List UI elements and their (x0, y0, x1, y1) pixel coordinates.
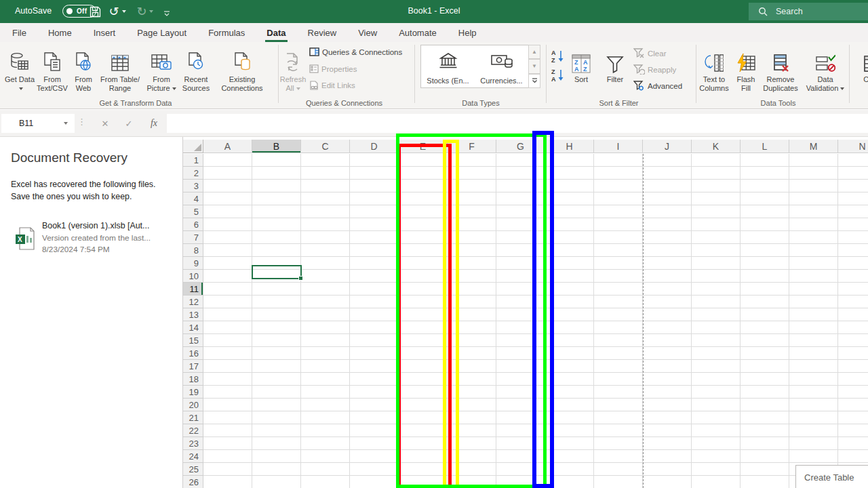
column-header-A[interactable]: A (203, 140, 252, 152)
excel-file-icon: X (7, 217, 42, 260)
flash-fill-button[interactable]: Flash Fill (732, 45, 760, 98)
row-header-23[interactable]: 23 (183, 437, 203, 450)
gallery-more-button[interactable] (528, 74, 540, 88)
cancel-button[interactable]: ✕ (95, 114, 115, 133)
column-header-J[interactable]: J (643, 140, 692, 152)
row-header-1[interactable]: 1 (183, 154, 203, 167)
column-header-C[interactable]: C (301, 140, 350, 152)
row-header-3[interactable]: 3 (183, 180, 203, 192)
name-box-dropdown-icon[interactable] (64, 122, 68, 125)
formula-input[interactable] (167, 114, 868, 133)
name-box[interactable]: B11 (1, 114, 75, 133)
undo-button[interactable]: ↺ (106, 3, 122, 20)
row-header-10[interactable]: 10 (183, 270, 203, 283)
advanced-filter-icon (633, 81, 645, 91)
data-validation-button[interactable]: Data Validation (802, 45, 849, 98)
column-header-N[interactable]: N (838, 140, 868, 152)
row-header-22[interactable]: 22 (183, 424, 203, 437)
recent-sources-button[interactable]: Recent Sources (180, 45, 212, 98)
row-header-20[interactable]: 20 (183, 399, 203, 411)
recovered-file-item[interactable]: X Book1 (version 1).xlsb [Aut... Version… (7, 217, 176, 260)
edit-links-button[interactable]: Edit Links (309, 81, 355, 90)
row-header-6[interactable]: 6 (183, 218, 203, 231)
from-picture-button[interactable]: From Picture (142, 45, 180, 98)
row-header-25[interactable]: 25 (183, 463, 203, 476)
row-header-19[interactable]: 19 (183, 386, 203, 399)
tab-view[interactable]: View (355, 23, 380, 42)
row-header-14[interactable]: 14 (183, 321, 203, 334)
row-header-11[interactable]: 11 (183, 283, 203, 296)
search-box[interactable]: Search (749, 3, 868, 20)
row-header-17[interactable]: 17 (183, 360, 203, 373)
tab-help[interactable]: Help (456, 23, 479, 42)
enter-button[interactable]: ✓ (119, 114, 139, 133)
create-table-dialog-fragment[interactable]: Create Table (795, 465, 868, 488)
tab-automate[interactable]: Automate (396, 23, 439, 42)
redo-button[interactable]: ↻ (134, 3, 150, 20)
row-header-15[interactable]: 15 (183, 334, 203, 347)
row-header-5[interactable]: 5 (183, 205, 203, 218)
row-header-8[interactable]: 8 (183, 244, 203, 257)
gallery-scroll-up-button[interactable]: ▲ (528, 45, 540, 59)
from-web-button[interactable]: From Web (69, 45, 98, 98)
fill-handle[interactable] (298, 276, 303, 281)
row-header-21[interactable]: 21 (183, 411, 203, 424)
tab-data[interactable]: Data (264, 23, 288, 42)
get-data-button[interactable]: Get Data (4, 45, 35, 98)
column-header-I[interactable]: I (594, 140, 643, 152)
column-header-D[interactable]: D (350, 140, 399, 152)
customize-quick-access-button[interactable] (159, 5, 175, 22)
refresh-all-button[interactable]: Refresh All (280, 45, 306, 98)
ribbon-tabs: File Home Insert Page Layout Formulas Da… (0, 23, 868, 42)
row-header-9[interactable]: 9 (183, 257, 203, 270)
from-text-csv-button[interactable]: From Text/CSV (35, 45, 69, 98)
row-header-4[interactable]: 4 (183, 192, 203, 205)
filter-button[interactable]: Filter (599, 45, 631, 98)
row-header-12[interactable]: 12 (183, 296, 203, 308)
clear-filter-button[interactable]: Clear (633, 48, 666, 58)
annotation-rect-blue (532, 131, 554, 488)
currencies-data-type[interactable]: Currencies... (475, 45, 528, 87)
svg-text:A: A (551, 49, 556, 56)
select-all-button[interactable] (183, 140, 203, 153)
sort-a-to-z-button[interactable]: A Z (551, 49, 566, 64)
row-header-7[interactable]: 7 (183, 231, 203, 244)
sort-button[interactable]: Z A A Z Sort (570, 45, 593, 98)
tab-insert[interactable]: Insert (91, 23, 119, 42)
stocks-data-type[interactable]: Stocks (En... (421, 45, 475, 87)
row-header-24[interactable]: 24 (183, 450, 203, 463)
gallery-more-icon (532, 78, 538, 83)
properties-button[interactable]: Properties (309, 64, 357, 73)
column-header-L[interactable]: L (741, 140, 789, 152)
advanced-filter-button[interactable]: Advanced (633, 81, 682, 91)
reapply-filter-button[interactable]: Reapply (633, 64, 676, 75)
existing-connections-button[interactable]: Existing Connections (214, 45, 270, 98)
formula-bar-divider: ⋮ (77, 117, 86, 127)
column-header-B[interactable]: B (252, 140, 301, 152)
undo-dropdown-icon[interactable] (122, 10, 126, 13)
sort-z-to-a-button[interactable]: Z A (551, 68, 566, 83)
consolidate-button[interactable]: Cons (852, 45, 868, 98)
insert-function-button[interactable]: fx (144, 114, 164, 133)
tab-formulas[interactable]: Formulas (205, 23, 248, 42)
column-header-M[interactable]: M (789, 140, 838, 152)
queries-connections-button[interactable]: Queries & Connections (309, 47, 402, 56)
currencies-icon (490, 45, 513, 77)
row-header-16[interactable]: 16 (183, 347, 203, 360)
tab-file[interactable]: File (9, 23, 29, 42)
redo-dropdown-icon[interactable] (149, 10, 153, 13)
tab-home[interactable]: Home (45, 23, 75, 42)
save-button[interactable] (87, 3, 103, 20)
gallery-scroll-down-button[interactable]: ▼ (528, 59, 540, 73)
remove-duplicates-button[interactable]: Remove Duplicates (761, 45, 800, 98)
row-header-2[interactable]: 2 (183, 167, 203, 180)
active-cell-selection[interactable] (252, 265, 302, 279)
from-table-range-button[interactable]: From Table/ Range (99, 45, 141, 98)
text-to-columns-button[interactable]: Text to Columns (698, 45, 730, 98)
row-header-13[interactable]: 13 (183, 308, 203, 321)
row-header-26[interactable]: 26 (183, 476, 203, 488)
tab-review[interactable]: Review (305, 23, 340, 42)
column-header-K[interactable]: K (692, 140, 741, 152)
tab-page-layout[interactable]: Page Layout (134, 23, 189, 42)
row-header-18[interactable]: 18 (183, 373, 203, 386)
